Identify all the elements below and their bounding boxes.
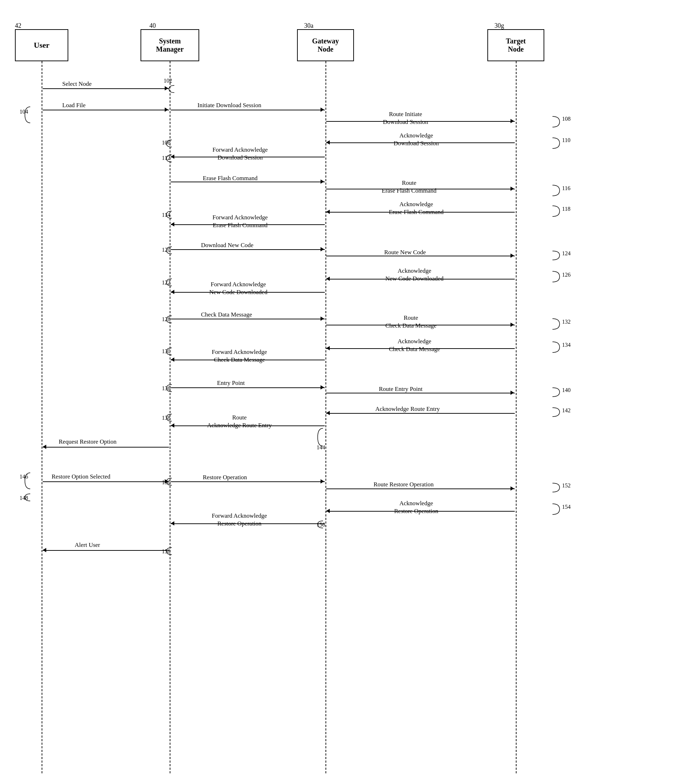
label-route-restore: Route Restore Operation (374, 481, 433, 489)
arrow-dl-new-code (171, 249, 325, 250)
arrowhead-entry-point (320, 385, 324, 390)
arrowhead-fwd-ack-restore (171, 521, 174, 525)
ref-30g: 30g (494, 22, 504, 30)
label-fwd-ack-check: Forward AcknowledgeCheck Data Message (195, 348, 284, 364)
label-ack-restore: AcknowledgeRestore Operation (381, 499, 452, 515)
ref-42: 42 (15, 22, 21, 30)
ref-102: 102 (164, 77, 172, 84)
ref-30a: 30a (304, 22, 314, 30)
lifeline-user (42, 61, 42, 773)
brace-114 (165, 209, 174, 220)
label-dl-new-code: Download New Code (201, 241, 253, 249)
arrow-request-restore (43, 447, 169, 448)
label-route-erase: RouteErase Flash Command (377, 179, 441, 195)
arrowhead-erase-flash (320, 180, 324, 184)
brace-134 (551, 340, 565, 354)
arrowhead-ack-erase (326, 210, 330, 214)
label-fwd-ack-new-code: Forward AcknowledgeNew Code Downloaded (194, 280, 283, 296)
brace-140 (551, 386, 565, 399)
arrowhead-check-data (320, 316, 324, 321)
label-check-data: Check Data Message (201, 311, 252, 319)
brace-120 (165, 245, 174, 255)
label-ack-dl-session: AcknowledgeDownload Session (381, 132, 452, 147)
brace-154 (551, 502, 565, 516)
arrowhead-restore-op (320, 479, 324, 484)
brace-130 (165, 346, 174, 357)
brace-128 (165, 314, 174, 325)
entity-target: Target Node (488, 29, 544, 61)
arrowhead-fwd-ack-check (171, 357, 174, 362)
brace-116 (551, 183, 565, 198)
arrowhead-fwd-ack-erase (171, 222, 174, 226)
arrow-route-restore (326, 489, 515, 489)
label-route-check-data: RouteCheck Data Message (375, 314, 447, 330)
lifeline-gateway (325, 61, 326, 773)
brace-110 (551, 136, 565, 150)
label-route-entry: Route Entry Point (379, 385, 423, 393)
entity-user: User (15, 29, 68, 61)
brace-102 (167, 84, 176, 94)
brace-142 (551, 406, 565, 418)
arrowhead-fwd-ack-new-code (171, 290, 174, 294)
arrowhead-route-new-code (511, 254, 514, 258)
label-route-initiate: Route InitiateDownload Session (374, 110, 438, 126)
brace-122 (165, 277, 174, 288)
arrowhead-route-ack-entry (171, 423, 174, 428)
arrowhead-ack-new-code (326, 277, 330, 281)
label-route-new-code: Route New Code (384, 249, 426, 256)
arrowhead-route-initiate (511, 119, 514, 123)
arrowhead-ack-dl-session (326, 140, 330, 145)
entity-sysmanager: System Manager (141, 29, 199, 61)
arrow-initiate-dl (171, 110, 325, 110)
arrow-ack-route-entry (326, 413, 515, 414)
label-ack-check-data: AcknowledgeCheck Data Message (377, 338, 452, 353)
ref-40: 40 (149, 22, 156, 30)
diagram-container: 42 40 30a 30g User System Manager Gatewa… (0, 0, 688, 784)
brace-126 (551, 270, 565, 284)
arrowhead-initiate-dl (320, 107, 324, 112)
label-ack-route-entry: Acknowledge Route Entry (375, 405, 440, 413)
brace-152 (551, 481, 565, 494)
arrowhead-ack-restore (326, 509, 330, 513)
entity-gateway: Gateway Node (297, 29, 354, 61)
brace-138 (165, 412, 174, 423)
arrowhead-request-restore (43, 445, 46, 449)
arrowhead-ack-route-entry (326, 411, 330, 415)
brace-158 (165, 546, 174, 557)
arrowhead-route-entry (511, 390, 514, 395)
label-entry-point: Entry Point (217, 379, 245, 387)
label-fwd-ack-dl: Forward AcknowledgeDownload Session (197, 146, 283, 161)
brace-132 (551, 317, 565, 331)
label-erase-flash: Erase Flash Command (203, 175, 258, 182)
arrow-check-data (171, 319, 325, 320)
brace-150 (165, 476, 174, 487)
brace-112 (165, 153, 174, 164)
arrowhead-alert-user (43, 548, 46, 552)
label-route-ack-entry: RouteAcknowledge Route Entry (195, 414, 284, 429)
arrow-load-file (43, 110, 169, 110)
brace-124 (551, 249, 565, 262)
brace-104 (23, 105, 32, 125)
label-fwd-ack-erase: Forward AcknowledgeErase Flash Command (195, 214, 285, 229)
arrow-restore-op (171, 481, 325, 482)
label-request-restore: Request Restore Option (59, 438, 116, 446)
arrowhead-load-file (165, 107, 168, 112)
label-restore-op: Restore Operation (203, 474, 247, 481)
arrow-select-node (43, 88, 169, 89)
label-ack-erase: AcknowledgeErase Flash Command (381, 201, 452, 216)
brace-108 (551, 115, 565, 129)
arrowhead-dl-new-code (320, 247, 324, 251)
label-load-file: Load File (62, 102, 86, 109)
label-select-node: Select Node (62, 80, 92, 88)
arrowhead-route-restore (511, 486, 514, 491)
arrow-alert-user (43, 550, 169, 551)
arrow-restore-selected (43, 481, 169, 482)
arrow-entry-point (171, 387, 325, 388)
arrowhead-route-erase (511, 186, 514, 191)
brace-144 (316, 427, 327, 448)
label-alert-user: Alert User (75, 541, 100, 549)
label-ack-new-code: AcknowledgeNew Code Downloaded (377, 267, 452, 283)
brace-136 (165, 383, 174, 394)
brace-106 (165, 138, 174, 149)
arrowhead-route-check-data (511, 323, 514, 327)
